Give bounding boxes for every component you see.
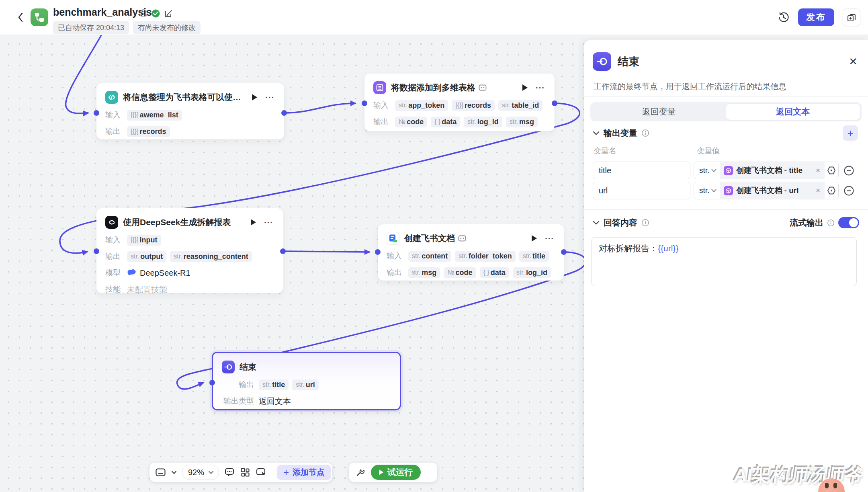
end-node-config-panel: 结束 ✕ 工作流的最终节点，用于返回工作流运行后的结果信息 返回变量 返回文本 … [584, 40, 868, 492]
input-port[interactable] [375, 249, 381, 255]
node-create-feishu-doc[interactable]: 创建飞书文档 ··· 输入 str.content str.folder_tok… [378, 224, 564, 281]
edit-icon[interactable] [164, 9, 173, 20]
node-add-to-bitable[interactable]: 将数据添加到多维表格 ··· 输入 str.app_token [{}]reco… [364, 74, 555, 131]
publish-button[interactable]: 发布 [798, 8, 834, 26]
node-end[interactable]: 结束 输出 str.title str.url 输出类型 返回文本 [212, 352, 401, 410]
param-tag: str.msg [506, 117, 538, 127]
output-port[interactable] [552, 100, 557, 106]
node-deepseek-llm[interactable]: 使用DeepSeek生成拆解报表 ··· 输入 [{}]input 输出 str… [96, 208, 283, 293]
var-name-input[interactable] [593, 162, 690, 179]
canvas-toolbar: 92% + 添加节点 [149, 463, 332, 482]
variable-reference-chip[interactable]: 创建飞书文档 - title × [720, 162, 825, 179]
node-title: 使用DeepSeek生成拆解报表 [123, 217, 231, 228]
type-select[interactable]: str. [694, 166, 720, 175]
play-icon [379, 469, 383, 475]
history-icon[interactable] [777, 11, 790, 24]
node-code-format-table[interactable]: 将信息整理为飞书表格可以使用... ··· 输入 [{}]aweme_list … [96, 83, 284, 139]
back-button[interactable] [14, 11, 27, 23]
answer-content-title: 回答内容 [604, 217, 637, 228]
wrench-icon[interactable] [355, 467, 365, 478]
param-tag: { }data [431, 117, 460, 127]
info-icon[interactable] [641, 219, 649, 227]
output-port[interactable] [561, 249, 567, 255]
row-label: 输出 [105, 251, 122, 262]
bitable-node-icon [373, 81, 386, 94]
node-title: 将数据添加到多维表格 [391, 82, 475, 93]
param-tag: str.title [519, 251, 549, 262]
param-tag: str.url [292, 379, 318, 390]
input-port[interactable] [362, 100, 367, 106]
plus-icon: + [283, 467, 289, 478]
skill-value: 未配置技能 [127, 284, 167, 295]
more-icon[interactable]: ··· [264, 220, 273, 224]
duplicate-icon[interactable] [843, 8, 860, 26]
fit-view-icon[interactable] [155, 467, 166, 477]
workflow-logo-icon [31, 8, 48, 26]
info-icon[interactable] [827, 219, 835, 227]
run-node-icon[interactable] [252, 94, 257, 100]
variable-reference-chip[interactable]: 创建飞书文档 - url × [720, 182, 825, 199]
node-title: 结束 [240, 361, 256, 373]
param-tag: [{}]records [127, 126, 170, 137]
run-node-icon[interactable] [522, 84, 528, 91]
chevron-down-icon[interactable] [593, 131, 600, 135]
var-name-input[interactable] [593, 182, 690, 199]
output-port[interactable] [281, 110, 287, 116]
row-label: 输出类型 [222, 396, 254, 406]
param-tag: [{}]records [452, 100, 495, 111]
remove-row-icon[interactable] [843, 165, 854, 176]
end-node-icon [593, 52, 611, 71]
comments-icon[interactable] [224, 467, 235, 478]
reference-settings-icon[interactable] [825, 185, 838, 196]
remove-row-icon[interactable] [843, 185, 854, 196]
row-label: 输入 [105, 235, 122, 245]
return-mode-tabs: 返回变量 返回文本 [590, 102, 862, 121]
var-value-widget: str. 创建飞书文档 - title × [694, 162, 839, 179]
tab-return-variables[interactable]: 返回变量 [592, 104, 726, 120]
stream-output-label: 流式输出 [790, 217, 823, 228]
remove-reference-icon[interactable]: × [815, 186, 821, 195]
chevron-down-icon[interactable] [593, 221, 600, 225]
chevron-down-icon[interactable] [171, 471, 177, 474]
row-label: 输出 [105, 126, 122, 137]
param-tag: str.title [259, 379, 289, 390]
answer-variable: {{url}} [658, 244, 678, 253]
row-label: 输入 [387, 251, 403, 261]
plugin-cube-icon [724, 166, 733, 175]
add-node-button[interactable]: + 添加节点 [277, 465, 331, 480]
info-icon[interactable] [139, 9, 148, 19]
divider [584, 209, 868, 210]
test-run-button[interactable]: 试运行 [371, 465, 421, 480]
param-tag: str.log_id [513, 267, 551, 278]
close-icon[interactable]: ✕ [847, 54, 859, 70]
reference-text: 创建飞书文档 - title [736, 165, 812, 176]
param-tag: str.content [408, 251, 451, 262]
column-value-label: 变量值 [697, 146, 720, 156]
zoom-level-select[interactable]: 92% [182, 465, 219, 480]
run-node-icon[interactable] [532, 235, 537, 242]
end-node-icon [222, 361, 235, 373]
stream-output-toggle[interactable] [838, 217, 859, 228]
remove-reference-icon[interactable]: × [815, 166, 821, 175]
info-icon[interactable] [641, 129, 649, 137]
run-node-icon[interactable] [251, 219, 256, 226]
plugin-cube-icon [724, 186, 733, 195]
param-tag: [{}]input [127, 235, 161, 246]
reference-settings-icon[interactable] [825, 165, 838, 176]
layout-blocks-icon[interactable] [240, 467, 250, 478]
input-port[interactable] [94, 248, 99, 254]
workflow-title: benchmark_analysis [53, 6, 152, 18]
output-port[interactable] [280, 248, 286, 254]
input-port[interactable] [209, 380, 215, 385]
more-icon[interactable]: ··· [545, 236, 554, 240]
param-tag: №code [395, 117, 427, 127]
answer-content-input[interactable]: 对标拆解报告：{{url}} [591, 237, 857, 286]
more-icon[interactable]: ··· [265, 95, 274, 99]
more-icon[interactable]: ··· [536, 86, 545, 90]
type-select[interactable]: str. [694, 186, 720, 195]
select-area-icon[interactable] [256, 467, 266, 478]
input-port[interactable] [94, 110, 99, 116]
param-tag: str.msg [408, 267, 440, 278]
tab-return-text[interactable]: 返回文本 [726, 104, 860, 120]
add-variable-button[interactable]: + [843, 125, 858, 141]
